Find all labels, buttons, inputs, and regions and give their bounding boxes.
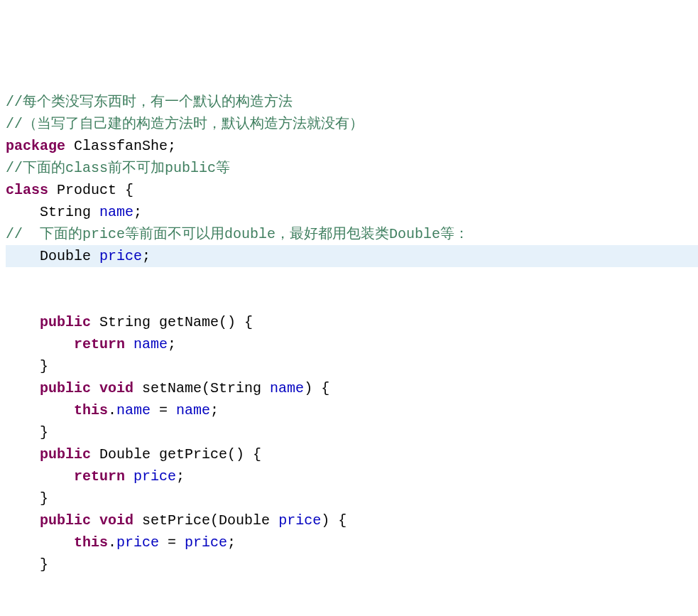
code-token: public [40, 314, 91, 330]
code-token [6, 468, 74, 485]
code-token: public [40, 446, 91, 463]
code-token: public [40, 380, 91, 396]
code-line[interactable] [6, 289, 698, 311]
code-line[interactable] [6, 267, 698, 289]
code-token: . [108, 534, 116, 551]
code-line[interactable]: //（当写了自己建的构造方法时，默认构造方法就没有） [6, 113, 698, 135]
code-token: Double getPrice [91, 446, 227, 463]
code-token: () { [219, 314, 253, 330]
code-token: price [116, 534, 159, 551]
code-token: return [74, 336, 125, 352]
code-token: () { [227, 446, 261, 463]
code-token: price [133, 468, 176, 485]
code-token: name [133, 336, 168, 352]
code-token: { [125, 182, 133, 198]
code-token: ( [210, 512, 219, 529]
code-token: ; [168, 138, 176, 154]
code-token: //每个类没写东西时，有一个默认的构造方法 [6, 94, 293, 110]
code-token: } [6, 556, 48, 573]
code-line[interactable]: } [6, 487, 698, 509]
code-line[interactable]: public void setPrice(Double price) { [6, 509, 698, 531]
code-token [6, 512, 40, 529]
code-token: String getName [91, 314, 219, 330]
code-token: ; [168, 336, 176, 352]
code-token: ; [176, 468, 185, 485]
code-token: name [116, 402, 151, 418]
code-token: name [176, 402, 210, 418]
code-token: price [99, 248, 142, 264]
code-token [6, 402, 74, 418]
code-token: . [108, 402, 116, 418]
code-token [6, 380, 40, 396]
code-token: name [270, 380, 304, 396]
code-token: String [210, 380, 270, 396]
code-token: //下面的class前不可加public等 [6, 160, 230, 176]
code-token: ; [227, 534, 236, 551]
code-token: //（当写了自己建的构造方法时，默认构造方法就没有） [6, 116, 364, 132]
code-token [125, 336, 133, 352]
code-token: class [6, 182, 48, 198]
code-token [6, 534, 74, 551]
code-line[interactable]: public void setName(String name) { [6, 377, 698, 399]
code-editor[interactable]: //每个类没写东西时，有一个默认的构造方法//（当写了自己建的构造方法时，默认构… [0, 88, 698, 616]
code-token: = [159, 534, 185, 551]
code-token [91, 380, 99, 396]
code-line[interactable]: class Product { [6, 179, 698, 201]
code-token: setName [133, 380, 202, 396]
code-token: } [6, 490, 48, 507]
code-token: ; [142, 248, 151, 264]
code-line[interactable]: this.price = price; [6, 531, 698, 553]
code-line[interactable]: return name; [6, 333, 698, 355]
code-token: this [74, 534, 108, 551]
code-line[interactable]: } [6, 553, 698, 576]
code-token: package [6, 138, 65, 154]
code-token: name [99, 204, 133, 220]
code-line[interactable]: //每个类没写东西时，有一个默认的构造方法 [6, 91, 698, 113]
code-token: Double [6, 248, 99, 264]
code-token: = [151, 402, 176, 418]
code-token [125, 468, 133, 485]
code-token: ) { [321, 512, 347, 529]
code-token: this [74, 402, 108, 418]
code-token [91, 512, 99, 529]
code-token: Product [48, 182, 125, 198]
code-line[interactable]: String name; [6, 201, 698, 223]
code-line[interactable]: } [6, 421, 698, 443]
code-token: // 下面的price等前面不可以用double，最好都用包装类Double等： [6, 226, 469, 242]
code-token [6, 314, 40, 330]
code-token: void [99, 380, 133, 396]
code-line[interactable]: package ClassfanShe; [6, 135, 698, 157]
code-token: void [99, 512, 133, 529]
code-token: } [6, 358, 48, 374]
code-token: ; [133, 204, 142, 220]
code-line[interactable]: this.name = name; [6, 399, 698, 421]
code-token: price [185, 534, 227, 551]
code-token: ClassfanShe [65, 138, 168, 154]
code-token: String [6, 204, 99, 220]
code-token: Double [219, 512, 278, 529]
code-line[interactable]: //下面的class前不可加public等 [6, 157, 698, 179]
code-line[interactable]: // 下面的price等前面不可以用double，最好都用包装类Double等： [6, 223, 698, 245]
code-token: return [74, 468, 125, 485]
code-line[interactable]: Double price; [6, 245, 698, 267]
code-token: ; [210, 402, 219, 418]
code-line[interactable]: public String getName() { [6, 311, 698, 333]
code-token [6, 446, 40, 463]
code-line[interactable] [6, 598, 698, 616]
code-token: public [40, 512, 91, 529]
code-token: } [6, 424, 48, 441]
code-line[interactable]: return price; [6, 465, 698, 487]
code-token: price [278, 512, 321, 529]
code-line[interactable]: public Double getPrice() { [6, 443, 698, 465]
code-token: ) { [304, 380, 329, 396]
code-line[interactable]: } [6, 355, 698, 377]
code-token: setPrice [133, 512, 210, 529]
code-token [6, 336, 74, 352]
code-token: ( [202, 380, 210, 396]
code-line[interactable] [6, 576, 698, 598]
